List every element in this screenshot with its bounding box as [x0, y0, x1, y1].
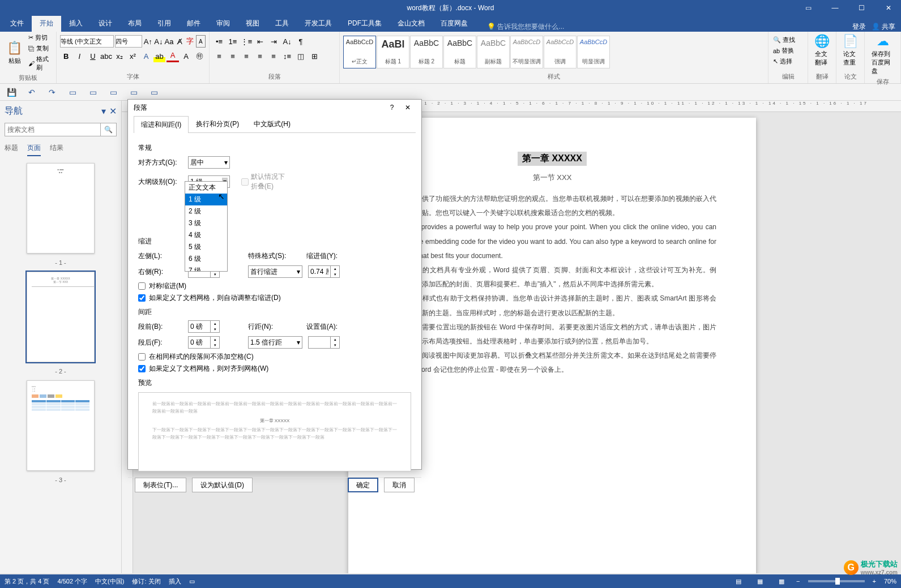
- subscript-icon[interactable]: x₂: [113, 50, 126, 62]
- paste-button[interactable]: 📋粘贴: [3, 40, 25, 66]
- share-button[interactable]: 👤 共享: [872, 22, 895, 32]
- cancel-button[interactable]: 取消: [384, 478, 415, 492]
- chapter-heading[interactable]: 第一章 XXXXX: [518, 152, 587, 166]
- page-thumbnail-2[interactable]: 第一章 XXXXX第一节 XXX ▬▬▬▬▬▬▬▬▬▬▬▬▬▬▬▬▬▬▬▬▬▬▬…: [27, 272, 95, 362]
- phonetic-icon[interactable]: 字: [185, 35, 195, 48]
- paragraph[interactable]: 视频提供了功能强大的方法帮助您证明您的观点。当您单击联机视频时，可以在想要添加的…: [388, 192, 716, 220]
- increase-font-icon[interactable]: A↑: [143, 35, 153, 48]
- indent-by-spinner[interactable]: ▴▾: [308, 265, 340, 278]
- special-format-select[interactable]: 首行缩进▾: [248, 265, 302, 278]
- nav-tab-headings[interactable]: 标题: [5, 143, 18, 156]
- tab-view[interactable]: 视图: [238, 15, 267, 32]
- status-page[interactable]: 第 2 页，共 4 页: [5, 577, 49, 586]
- tab-baidu[interactable]: 百度网盘: [433, 15, 476, 32]
- collapse-default-checkbox[interactable]: [241, 178, 249, 186]
- nav-search-button[interactable]: 🔍: [101, 123, 117, 136]
- minimize-icon[interactable]: —: [822, 0, 848, 16]
- font-size-select[interactable]: [115, 35, 142, 48]
- increase-indent-icon[interactable]: ⇥: [267, 35, 280, 48]
- multilevel-icon[interactable]: ⋮≡: [240, 35, 253, 48]
- paragraph[interactable]: 在新的阅读视图中阅读更加容易。可以折叠文档某些部分并关注所需文本。如果在达到结尾…: [388, 349, 716, 377]
- distribute-icon[interactable]: ≡: [267, 50, 280, 62]
- page-thumbnail-3[interactable]: ■■■■├─■├─■: [27, 380, 95, 471]
- paragraph[interactable]: 为使您的文档具有专业外观，Word 提供了页眉、页脚、封面和文本框设计，这些设计…: [388, 263, 716, 291]
- line-spacing-icon[interactable]: ↕≡: [281, 50, 293, 62]
- qat-icon-7[interactable]: ▭: [127, 85, 140, 99]
- sort-icon[interactable]: A↓: [281, 35, 293, 48]
- status-extra-icon[interactable]: ▭: [189, 578, 195, 585]
- status-track-changes[interactable]: 修订: 关闭: [132, 577, 160, 586]
- paragraph[interactable]: 主题和样式也有助于文档保持协调。当您单击设计并选择新的主题时，图片、图表或 Sm…: [388, 291, 716, 320]
- dialog-tab-indent[interactable]: 缩进和间距(I): [134, 116, 189, 133]
- nav-tab-pages[interactable]: 页面: [27, 143, 41, 156]
- space-before-spinner[interactable]: ▴▾: [188, 320, 220, 333]
- auto-right-indent-checkbox[interactable]: [138, 294, 146, 302]
- status-words[interactable]: 4/502 个字: [57, 577, 87, 586]
- no-space-same-style-checkbox[interactable]: [138, 353, 146, 360]
- borders-icon[interactable]: ⊞: [308, 50, 321, 62]
- web-layout-icon[interactable]: ▩: [775, 576, 788, 587]
- undo-icon[interactable]: ↶: [25, 85, 39, 99]
- mirror-indent-checkbox[interactable]: [138, 282, 146, 290]
- qat-icon-6[interactable]: ▭: [106, 85, 120, 99]
- superscript-icon[interactable]: x²: [127, 50, 139, 62]
- style-title[interactable]: AaBbC标题: [443, 36, 476, 68]
- style-subtitle[interactable]: AaBbC副标题: [477, 36, 510, 68]
- zoom-in-icon[interactable]: +: [873, 578, 876, 585]
- save-icon[interactable]: 💾: [5, 85, 18, 99]
- align-right-icon[interactable]: ≡: [240, 50, 253, 62]
- font-color-icon[interactable]: A: [166, 50, 179, 62]
- login-link[interactable]: 登录: [852, 22, 866, 32]
- tab-pdf[interactable]: PDF工具集: [340, 15, 390, 32]
- dialog-close-icon[interactable]: ✕: [400, 100, 416, 115]
- select-button[interactable]: ↖选择: [772, 57, 804, 66]
- ok-button[interactable]: 确定: [348, 478, 378, 492]
- align-center-icon[interactable]: ≡: [227, 50, 239, 62]
- close-icon[interactable]: ✕: [876, 0, 901, 16]
- tab-insert[interactable]: 插入: [61, 15, 91, 32]
- outline-option-body[interactable]: 正文文本: [185, 182, 227, 194]
- text-effects-icon[interactable]: A: [140, 50, 152, 62]
- nav-search-input[interactable]: [5, 123, 101, 136]
- tab-references[interactable]: 引用: [150, 15, 179, 32]
- outline-option-3[interactable]: 3 级: [185, 217, 227, 229]
- style-heading1[interactable]: AaBl标题 1: [377, 36, 409, 68]
- italic-icon[interactable]: I: [74, 50, 86, 62]
- char-shading-icon[interactable]: A: [180, 50, 193, 62]
- style-intense-emphasis[interactable]: AaBbCcD明显强调: [577, 36, 610, 68]
- zoom-level[interactable]: 70%: [884, 578, 896, 585]
- outline-option-2[interactable]: 2 级: [185, 205, 227, 217]
- strike-icon[interactable]: abc: [100, 50, 113, 62]
- bullets-icon[interactable]: •≡: [213, 35, 225, 48]
- dialog-help-icon[interactable]: ?: [384, 100, 400, 115]
- bold-icon[interactable]: B: [60, 50, 72, 62]
- tab-design[interactable]: 设计: [91, 15, 120, 32]
- tabs-button[interactable]: 制表位(T)...: [135, 478, 186, 492]
- redo-icon[interactable]: ↷: [45, 85, 59, 99]
- qat-icon-8[interactable]: ▭: [147, 85, 161, 99]
- show-marks-icon[interactable]: ¶: [294, 35, 307, 48]
- papercheck-button[interactable]: 📄论文查重: [840, 33, 861, 68]
- tell-me-input[interactable]: 💡 告诉我您想要做什么...: [487, 22, 564, 32]
- nav-tab-results[interactable]: 结果: [50, 143, 63, 156]
- style-emphasis[interactable]: AaBbCcD强调: [544, 36, 577, 68]
- outline-option-5[interactable]: 5 级: [185, 241, 227, 253]
- copy-button[interactable]: ⿻复制: [27, 44, 53, 53]
- read-mode-icon[interactable]: ▤: [732, 576, 745, 587]
- qat-icon-4[interactable]: ▭: [66, 85, 79, 99]
- font-name-select[interactable]: [60, 35, 114, 48]
- tab-mailings[interactable]: 邮件: [179, 15, 208, 32]
- tab-file[interactable]: 文件: [2, 15, 32, 32]
- style-normal[interactable]: AaBbCcD↵正文: [343, 36, 376, 68]
- change-case-icon[interactable]: Aa: [164, 35, 174, 48]
- shading-icon[interactable]: ◫: [294, 50, 307, 62]
- snap-to-grid-checkbox[interactable]: [138, 365, 146, 372]
- char-border-icon[interactable]: A: [196, 35, 206, 48]
- format-painter-button[interactable]: 🖌格式刷: [27, 54, 53, 72]
- cut-button[interactable]: ✂剪切: [27, 33, 53, 42]
- maximize-icon[interactable]: ☐: [849, 0, 874, 16]
- nav-dropdown-icon[interactable]: ▾: [101, 106, 106, 117]
- set-default-button[interactable]: 设为默认值(D): [192, 478, 253, 492]
- enclose-char-icon[interactable]: ㊕: [193, 50, 206, 62]
- line-spacing-select[interactable]: 1.5 倍行距▾: [248, 336, 302, 349]
